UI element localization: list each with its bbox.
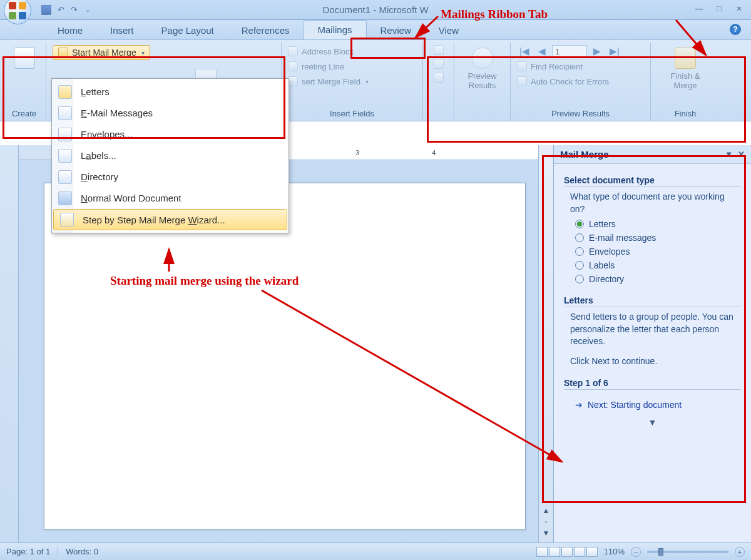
undo-icon[interactable]: ↶ — [58, 5, 64, 14]
update-labels-icon[interactable] — [434, 73, 444, 83]
title-bar: ↶ ↷ ⌄ Document1 - Microsoft W — □ × — [0, 0, 751, 20]
radio-dot-icon — [575, 233, 584, 242]
auto-check-errors-button[interactable]: Auto Check for Errors — [517, 75, 609, 88]
task-pane-menu-icon[interactable]: ▼ — [725, 150, 733, 159]
radio-directory[interactable]: Directory — [575, 274, 741, 284]
task-pane-title: Mail Merge — [560, 149, 609, 160]
last-record-button[interactable]: ▶| — [607, 46, 622, 57]
menu-normal-doc[interactable]: Normal Word Document — [52, 188, 289, 209]
start-mail-merge-label: Start Mail Merge — [72, 48, 136, 58]
radio-dot-icon — [575, 261, 584, 270]
zoom-slider[interactable] — [647, 551, 728, 553]
preview-icon — [472, 48, 493, 69]
save-icon[interactable] — [41, 5, 51, 15]
radio-labels[interactable]: Labels — [575, 260, 741, 270]
greeting-line-icon — [288, 61, 298, 71]
view-print-layout-icon[interactable] — [536, 547, 548, 557]
address-block-icon — [288, 46, 298, 56]
preview-results-button[interactable]: Preview Results — [462, 45, 501, 93]
mail-merge-icon — [58, 48, 68, 58]
menu-wizard[interactable]: Step by Step Mail Merge Wizard... — [53, 209, 287, 230]
section-select-type: Select document type — [564, 175, 741, 187]
radio-dot-icon — [575, 220, 584, 228]
scroll-marker-icon[interactable]: ◦ — [544, 517, 547, 526]
create-envelopes-button[interactable] — [9, 45, 40, 71]
maximize-button[interactable]: □ — [713, 4, 725, 13]
zoom-in-button[interactable]: + — [735, 547, 745, 557]
step-indicator: Step 1 of 6 — [564, 378, 741, 390]
tab-references[interactable]: References — [228, 21, 304, 39]
zoom-level[interactable]: 110% — [604, 547, 625, 556]
menu-directory[interactable]: Directory — [52, 166, 289, 188]
status-words[interactable]: Words: 0 — [66, 547, 98, 556]
minimize-button[interactable]: — — [693, 4, 705, 13]
scroll-down-icon[interactable]: ▼ — [543, 529, 550, 537]
tab-insert[interactable]: Insert — [96, 21, 148, 39]
office-button[interactable] — [4, 0, 31, 24]
radio-letters[interactable]: Letters — [575, 219, 741, 229]
letters-description: Send letters to a group of people. You c… — [570, 311, 741, 348]
office-logo-icon — [9, 2, 26, 19]
find-recipient-button[interactable]: Find Recipient — [517, 60, 583, 73]
task-pane-more-icon[interactable]: ▼ — [564, 417, 741, 427]
finish-group-label: Finish — [657, 108, 713, 121]
first-record-button[interactable]: |◀ — [517, 46, 532, 57]
directory-icon — [58, 170, 72, 184]
email-icon — [58, 106, 72, 120]
document-page[interactable] — [44, 183, 526, 530]
zoom-out-button[interactable]: − — [631, 547, 641, 557]
vertical-scrollbar[interactable]: ▲ ◦ ▼ — [538, 145, 553, 542]
tab-mailings[interactable]: Mailings — [304, 20, 367, 39]
view-full-screen-icon[interactable] — [549, 547, 560, 557]
radio-dot-icon — [575, 247, 584, 256]
mail-merge-task-pane: Mail Merge ▼ ✕ Select document type What… — [553, 145, 751, 542]
check-icon — [517, 76, 527, 86]
insert-fields-group-label: Insert Fields — [288, 108, 416, 121]
view-draft-icon[interactable] — [586, 547, 598, 557]
next-record-button[interactable]: ▶ — [591, 46, 603, 57]
radio-envelopes[interactable]: Envelopes — [575, 247, 741, 257]
vertical-ruler — [0, 145, 19, 542]
status-page[interactable]: Page: 1 of 1 — [6, 547, 50, 556]
close-button[interactable]: × — [733, 4, 745, 13]
greeting-line-button[interactable]: reeting Line — [288, 60, 344, 73]
merge-field-icon — [288, 76, 298, 86]
address-block-button[interactable]: Address Block — [288, 45, 354, 58]
finish-icon — [675, 48, 696, 69]
radio-email[interactable]: E-mail messages — [575, 233, 741, 243]
tab-page-layout[interactable]: Page Layout — [148, 21, 228, 39]
doc-type-question: What type of document are you working on… — [570, 191, 741, 215]
menu-envelopes[interactable]: Envelopes... — [52, 124, 289, 145]
view-web-layout-icon[interactable] — [561, 547, 573, 557]
arrow-right-icon: ➔ — [575, 400, 583, 410]
menu-letters[interactable]: Letters — [52, 81, 289, 103]
record-number-input[interactable] — [552, 45, 587, 58]
menu-labels[interactable]: Labels... — [52, 145, 289, 166]
view-outline-icon[interactable] — [574, 547, 585, 557]
tab-view[interactable]: View — [425, 21, 473, 39]
qat-dropdown-icon[interactable]: ⌄ — [85, 6, 90, 13]
chevron-down-icon: ▾ — [365, 78, 369, 85]
envelope-icon — [14, 48, 35, 69]
ribbon-tabs: Home Insert Page Layout References Maili… — [0, 20, 751, 40]
menu-email[interactable]: E-Mail Messages — [52, 103, 289, 124]
rules-icon[interactable] — [434, 45, 444, 55]
tab-review[interactable]: Review — [367, 21, 425, 39]
letter-icon — [58, 85, 72, 99]
match-fields-icon[interactable] — [434, 59, 444, 69]
envelope-icon — [58, 128, 72, 141]
insert-merge-field-button[interactable]: sert Merge Field ▾ — [288, 75, 369, 88]
section-letters: Letters — [564, 295, 741, 307]
help-icon[interactable]: ? — [730, 24, 741, 35]
create-group-label: Create — [9, 108, 39, 121]
redo-icon[interactable]: ↷ — [71, 5, 78, 14]
start-mail-merge-button[interactable]: Start Mail Merge ▾ — [53, 45, 150, 60]
tab-home[interactable]: Home — [44, 21, 96, 39]
word-doc-icon — [58, 191, 72, 205]
scroll-up-icon[interactable]: ▲ — [543, 506, 550, 515]
start-mail-merge-menu: Letters E-Mail Messages Envelopes... Lab… — [51, 78, 289, 233]
next-step-link[interactable]: ➔ Next: Starting document — [575, 400, 741, 410]
finish-merge-button[interactable]: Finish & Merge — [666, 45, 705, 93]
task-pane-close-icon[interactable]: ✕ — [738, 150, 745, 159]
prev-record-button[interactable]: ◀ — [536, 46, 548, 57]
